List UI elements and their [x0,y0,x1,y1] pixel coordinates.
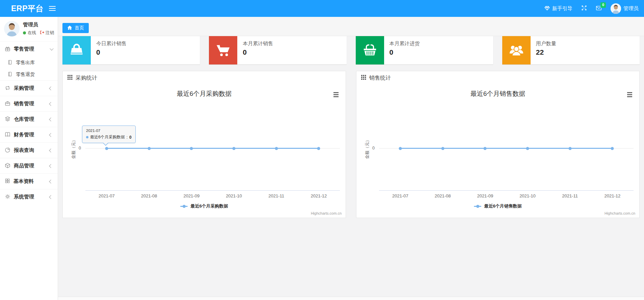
chart-context-menu-icon[interactable] [625,91,634,98]
stat-card-today-sales[interactable]: 今日累计销售 0 [62,36,200,64]
briefcase-icon [5,101,10,107]
chevron-left-icon [49,164,53,168]
chevron-left-icon [49,195,53,199]
stat-value: 0 [243,48,273,56]
file-icon [7,72,12,78]
sidebar-user-panel: 管理员 在线 注销 [0,17,58,41]
stat-label: 今日累计销售 [96,40,127,47]
stat-card-user-count[interactable]: 用户数量 22 [502,36,640,64]
sidebar-item-label: 系统管理 [14,194,34,200]
stat-label: 本月累计进货 [390,40,420,47]
chevron-left-icon [49,133,53,137]
app-brand: ERP平台 [11,3,44,14]
avatar [4,21,20,36]
stat-label: 本月累计销售 [243,40,273,47]
x-axis-tick-label: 2021-12 [311,193,327,198]
purchase-chart: 最近6个月采购数据 金额（元） 0 2021-07 最近6个月采购数据: 0 最 [63,85,346,218]
top-navbar: ERP平台 新手引导 0 [0,0,644,17]
sidebar-item-retail-outbound[interactable]: 零售出库 [0,57,58,69]
panel-title: 销售统计 [369,75,391,82]
logout-label: 注销 [46,30,54,36]
legend-item[interactable]: 最近6个月销售数据 [356,203,639,209]
messages-button[interactable]: 0 [596,5,602,12]
tab-home[interactable]: 首页 [62,23,89,33]
footer-strip [58,297,644,300]
fullscreen-button[interactable] [581,5,587,12]
y-axis-tick: 0 [73,146,81,151]
sidebar-submenu-retail: 零售出库 零售退货 [0,57,58,80]
x-axis-line [85,190,340,191]
sidebar-item-retail[interactable]: 零售管理 [0,41,58,57]
x-axis-tick-label: 2021-08 [141,193,157,198]
legend-item[interactable]: 最近6个月采购数据 [63,203,346,209]
legend-line-marker-icon [180,205,188,208]
chart-context-menu-icon[interactable] [331,91,340,98]
stat-card-month-purchases[interactable]: 本月累计进货 0 [356,36,493,64]
legend-label: 最近6个月销售数据 [484,203,521,209]
logout-link[interactable]: 注销 [40,30,54,36]
sidebar-item-basic-data[interactable]: 基本资料 [0,173,58,189]
highcharts-credits-link[interactable]: Highcharts.com.cn [311,211,342,215]
users-icon [502,36,531,64]
chevron-left-icon [49,148,53,152]
stat-value: 22 [536,48,556,56]
sales-stats-panel: 销售统计 最近6个月销售数据 金额（元） 0 最近6个月销售数据 Highcha… [356,71,640,218]
stat-label: 用户数量 [536,40,556,47]
sidebar-item-label: 基本资料 [14,178,34,185]
x-axis-tick-label: 2021-10 [226,193,242,198]
sidebar-menu: 零售管理 零售出库 零售退货 [0,41,58,204]
chevron-left-icon [49,102,53,106]
box-icon [5,163,10,169]
x-axis-tick-label: 2021-12 [605,193,621,198]
sidebar-item-label: 零售退货 [16,72,35,78]
sidebar-toggle-icon[interactable] [49,6,56,11]
sidebar-item-products[interactable]: 商品管理 [0,158,58,173]
highcharts-credits-link[interactable]: Highcharts.com.cn [605,211,635,215]
sidebar-item-label: 零售管理 [14,46,34,52]
shopping-basket-icon [356,36,384,64]
gear-icon [5,194,10,200]
stat-cards-row: 今日累计销售 0 本月累计销售 0 [62,36,640,64]
tooltip-category: 2021-07 [86,129,132,133]
chevron-left-icon [49,117,53,121]
tab-home-label: 首页 [75,25,84,31]
sidebar-item-label: 销售管理 [14,101,34,107]
sidebar-item-reports[interactable]: 报表查询 [0,142,58,158]
x-axis-tick-label: 2021-07 [99,193,115,198]
guide-button[interactable]: 新手引导 [544,5,572,12]
user-menu[interactable]: 管理员 [611,3,639,14]
stat-card-month-sales[interactable]: 本月累计销售 0 [209,36,346,64]
x-axis-tick-label: 2021-07 [392,193,408,198]
retweet-icon [5,85,10,92]
sidebar-item-purchasing[interactable]: 采购管理 [0,80,58,96]
avatar [611,3,621,14]
chevron-left-icon [49,86,53,90]
legend-line-marker-icon [474,205,481,208]
tooltip-value: 0 [129,135,132,140]
guide-label: 新手引导 [552,5,572,12]
tooltip-series-name: 最近6个月采购数据 [90,134,125,140]
fullscreen-icon [581,5,587,12]
shopping-bag-icon [62,36,91,64]
sidebar-item-finance[interactable]: 财务管理 [0,127,58,142]
sidebar-item-label: 财务管理 [14,132,34,138]
online-status-label: 在线 [28,30,36,36]
tooltip-series-dot [86,136,88,138]
panel-header: 采购统计 [63,71,346,85]
sidebar-item-sales[interactable]: 销售管理 [0,96,58,111]
main-content: 首页 今日累计销售 0 [58,17,644,300]
series-line [107,148,319,149]
x-axis-tick-label: 2021-11 [268,193,284,198]
sidebar-item-label: 仓库管理 [14,116,34,122]
sidebar-item-system[interactable]: 系统管理 [0,189,58,204]
sidebar-item-warehouse[interactable]: 仓库管理 [0,111,58,127]
sidebar-user-name: 管理员 [23,22,54,28]
sidebar-item-retail-returns[interactable]: 零售退货 [0,69,58,80]
tab-bar: 首页 [58,17,644,36]
file-icon [7,60,12,66]
x-axis-tick-label: 2021-10 [519,193,536,198]
charts-row: 采购统计 最近6个月采购数据 金额（元） 0 2021-07 最近6个月采购数据… [62,71,640,218]
y-axis-tick: 0 [367,146,375,151]
sales-chart: 最近6个月销售数据 金额（元） 0 最近6个月销售数据 Highcharts.c… [356,85,639,218]
chart-title: 最近6个月销售数据 [356,89,639,98]
